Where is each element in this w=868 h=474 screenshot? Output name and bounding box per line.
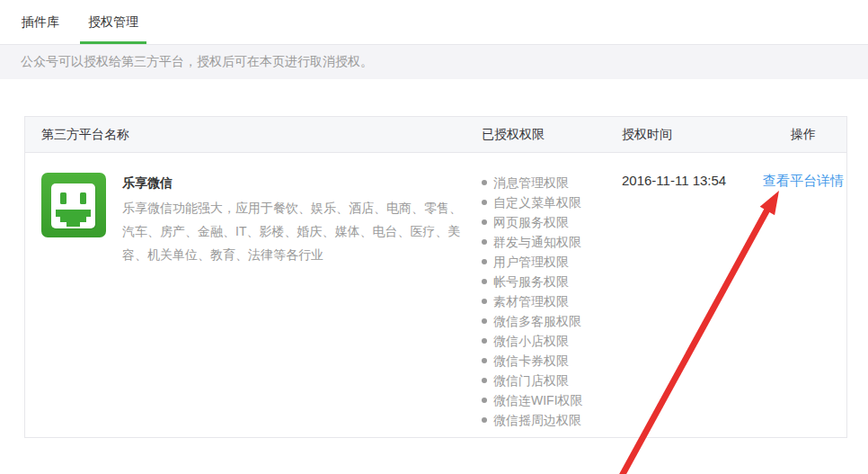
permission-item: 自定义菜单权限: [482, 192, 591, 212]
view-platform-details-link[interactable]: 查看平台详情: [763, 173, 844, 188]
tab-authorization-management[interactable]: 授权管理: [80, 0, 146, 44]
permission-item: 微信摇周边权限: [482, 410, 591, 430]
permission-item: 微信多客服权限: [482, 311, 591, 331]
permission-label: 素材管理权限: [493, 294, 569, 309]
permission-item: 群发与通知权限: [482, 232, 591, 252]
permission-label: 微信卡券权限: [493, 353, 569, 368]
bullet-dot-icon: [482, 180, 487, 185]
bullet-dot-icon: [482, 239, 487, 245]
tab-bar: 插件库 授权管理: [0, 0, 868, 45]
permission-item: 微信小店权限: [482, 331, 591, 351]
permission-label: 网页服务权限: [493, 215, 569, 229]
permission-label: 消息管理权限: [493, 175, 569, 190]
permission-label: 微信小店权限: [493, 334, 569, 348]
permission-item: 素材管理权限: [482, 291, 591, 311]
permission-item: 微信卡券权限: [482, 351, 591, 371]
permission-label: 微信多客服权限: [493, 314, 581, 328]
permission-item: 帐号服务权限: [482, 272, 591, 291]
auth-time: 2016-11-11 13:54: [615, 173, 760, 189]
column-header-auth-time: 授权时间: [615, 127, 760, 143]
permission-item: 网页服务权限: [482, 212, 591, 232]
permission-label: 用户管理权限: [493, 255, 569, 269]
permission-label: 微信门店权限: [493, 373, 569, 388]
authorized-platforms-table: 第三方平台名称 已授权权限 授权时间 操作: [24, 116, 847, 438]
permission-item: 微信门店权限: [482, 371, 591, 390]
permission-label: 微信连WIFI权限: [493, 393, 583, 407]
notice-text: 公众号可以授权给第三方平台，授权后可在本页进行取消授权。: [21, 54, 373, 70]
permission-item: 微信连WIFI权限: [482, 390, 591, 410]
permission-item: 消息管理权限: [482, 173, 591, 192]
column-header-permissions: 已授权权限: [482, 127, 615, 143]
permission-label: 群发与通知权限: [493, 235, 581, 249]
permission-item: 用户管理权限: [482, 252, 591, 272]
permissions-list: 消息管理权限自定义菜单权限网页服务权限群发与通知权限用户管理权限帐号服务权限素材…: [482, 173, 615, 430]
table-header-row: 第三方平台名称 已授权权限 授权时间 操作: [25, 117, 846, 153]
platform-logo-icon: [41, 173, 106, 237]
bullet-dot-icon: [482, 338, 487, 344]
bullet-dot-icon: [482, 259, 487, 264]
permission-label: 自定义菜单权限: [493, 195, 581, 210]
bullet-dot-icon: [482, 398, 487, 403]
column-header-platform-name: 第三方平台名称: [25, 127, 482, 143]
platform-cell: 乐享微信 乐享微信功能强大，应用于餐饮、娱乐、酒店、电商、零售、汽车、房产、金融…: [25, 173, 482, 266]
bullet-dot-icon: [482, 358, 487, 363]
column-header-action: 操作: [760, 127, 846, 143]
platform-name: 乐享微信: [122, 174, 462, 192]
bullet-dot-icon: [482, 279, 487, 284]
permission-label: 帐号服务权限: [493, 274, 569, 289]
permission-label: 微信摇周边权限: [493, 413, 581, 427]
tab-plugin-library[interactable]: 插件库: [13, 0, 67, 44]
action-cell: 查看平台详情: [760, 173, 846, 189]
notice-bar: 公众号可以授权给第三方平台，授权后可在本页进行取消授权。: [0, 45, 868, 79]
table-row: 乐享微信 乐享微信功能强大，应用于餐饮、娱乐、酒店、电商、零售、汽车、房产、金融…: [25, 153, 846, 437]
bullet-dot-icon: [482, 318, 487, 324]
bullet-dot-icon: [482, 200, 487, 205]
platform-text-block: 乐享微信 乐享微信功能强大，应用于餐饮、娱乐、酒店、电商、零售、汽车、房产、金融…: [122, 173, 462, 266]
bullet-dot-icon: [482, 417, 487, 423]
bullet-dot-icon: [482, 299, 487, 304]
bullet-dot-icon: [482, 378, 487, 383]
platform-description: 乐享微信功能强大，应用于餐饮、娱乐、酒店、电商、零售、汽车、房产、金融、IT、影…: [122, 196, 462, 266]
bullet-dot-icon: [482, 219, 487, 225]
